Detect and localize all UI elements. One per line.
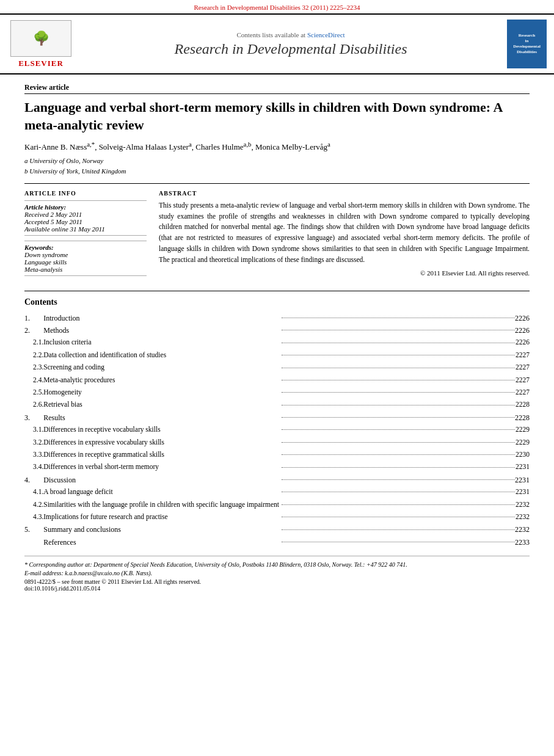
toc-label: Screening and coding — [43, 362, 282, 374]
toc-num: 4.2. — [24, 499, 43, 511]
citation-bar: Research in Developmental Disabilities 3… — [0, 0, 554, 13]
abstract-title: ABSTRACT — [159, 190, 530, 197]
accepted-date: Accepted 5 May 2011 — [24, 218, 147, 225]
toc-page: 2229 — [515, 424, 530, 436]
toc-table: 1.Introduction22262.Methods22262.1.Inclu… — [24, 312, 530, 548]
toc-row: 4.3.Implications for future research and… — [24, 511, 530, 523]
toc-num: 2.4. — [24, 374, 43, 387]
toc-page: 2228 — [515, 399, 530, 411]
journal-cover-thumbnail: ResearchinDevelopmentalDisabilities — [507, 20, 547, 68]
toc-title: Contents — [24, 297, 530, 307]
toc-num: 2.5. — [24, 387, 43, 399]
keywords-box: Keywords: Down syndrome Language skills … — [24, 241, 147, 276]
journal-header: 🌳 ELSEVIER Contents lists available at S… — [0, 13, 554, 75]
elsevier-name: ELSEVIER — [18, 59, 64, 68]
toc-label: Differences in expressive vocabulary ski… — [43, 437, 282, 449]
toc-num: 2.1. — [24, 336, 43, 349]
toc-dots — [282, 449, 515, 461]
toc-dots — [282, 399, 515, 411]
toc-page: 2232 — [515, 499, 530, 511]
toc-dots — [282, 424, 515, 436]
toc-page: 2230 — [515, 449, 530, 461]
toc-page: 2226 — [515, 336, 530, 349]
toc-label: Summary and conclusions — [43, 523, 282, 536]
received-date: Received 2 May 2011 — [24, 211, 147, 218]
logo-box: 🌳 — [10, 20, 71, 57]
toc-label: Retrieval bias — [43, 399, 282, 411]
contents-line: Contents lists available at ScienceDirec… — [81, 31, 501, 38]
sciencedirect-link[interactable]: ScienceDirect — [307, 31, 345, 38]
toc-dots — [282, 523, 515, 536]
toc-num: 3.1. — [24, 424, 43, 436]
toc-row: 2.3.Screening and coding2227 — [24, 362, 530, 374]
toc-row: 2.5.Homogeneity2227 — [24, 387, 530, 399]
toc-num: 3. — [24, 412, 43, 424]
toc-num: 1. — [24, 312, 43, 324]
article-title: Language and verbal short-term memory sk… — [24, 99, 530, 134]
toc-row: 3.2.Differences in expressive vocabulary… — [24, 437, 530, 449]
info-abstract-section: ARTICLE INFO Article history: Received 2… — [24, 183, 530, 281]
toc-label: Differences in receptive vocabulary skil… — [43, 424, 282, 436]
main-content: Review article Language and verbal short… — [0, 75, 554, 598]
toc-page: 2227 — [515, 349, 530, 362]
toc-label: Discussion — [43, 474, 282, 486]
email-note: E-mail address: k.a.b.naess@uv.uio.no (K… — [24, 570, 530, 576]
toc-page: 2233 — [515, 536, 530, 548]
toc-row: 1.Introduction2226 — [24, 312, 530, 324]
citation-text: Research in Developmental Disabilities 3… — [194, 4, 360, 11]
toc-page: 2231 — [515, 474, 530, 486]
author-1: Kari-Anne B. Næssa,*, Solveig-Alma Halaa… — [24, 142, 330, 151]
toc-label: Data collection and identification of st… — [43, 349, 282, 362]
toc-row: 2.6.Retrieval bias2228 — [24, 399, 530, 411]
toc-row: 2.Methods2226 — [24, 324, 530, 336]
toc-label: Differences in receptive grammatical ski… — [43, 449, 282, 461]
footer-section: * Corresponding author at: Department of… — [24, 556, 530, 592]
toc-page: 2226 — [515, 312, 530, 324]
affiliations: a University of Oslo, Norway b Universit… — [24, 156, 530, 177]
toc-row: 3.3.Differences in receptive grammatical… — [24, 449, 530, 461]
toc-row: 4.1.A broad language deficit2231 — [24, 486, 530, 498]
journal-title: Research in Developmental Disabilities — [81, 41, 501, 57]
toc-dots — [282, 474, 515, 486]
toc-dots — [282, 312, 515, 324]
toc-page: 2229 — [515, 437, 530, 449]
toc-num: 2.2. — [24, 349, 43, 362]
history-box: Article history: Received 2 May 2011 Acc… — [24, 200, 147, 236]
copyright-text: © 2011 Elsevier Ltd. All rights reserved… — [159, 269, 530, 277]
toc-row: 3.4.Differences in verbal short-term mem… — [24, 461, 530, 473]
toc-label: Methods — [43, 324, 282, 336]
toc-label: A broad language deficit — [43, 486, 282, 498]
toc-row: 4.2.Similarities with the language profi… — [24, 499, 530, 511]
toc-label: Differences in verbal short-term memory — [43, 461, 282, 473]
toc-label: References — [43, 536, 282, 548]
toc-dots — [282, 362, 515, 374]
toc-num: 4.3. — [24, 511, 43, 523]
toc-dots — [282, 336, 515, 349]
toc-section: Contents 1.Introduction22262.Methods2226… — [24, 291, 530, 548]
toc-label: Results — [43, 412, 282, 424]
toc-row: 3.Results2228 — [24, 412, 530, 424]
article-info-title: ARTICLE INFO — [24, 190, 147, 197]
abstract-panel: ABSTRACT This study presents a meta-anal… — [159, 190, 530, 281]
toc-dots — [282, 349, 515, 362]
issn-text: 0891-4222/$ – see front matter © 2011 El… — [24, 578, 530, 585]
keyword-3: Meta-analysis — [24, 266, 147, 273]
doi-text: doi:10.1016/j.ridd.2011.05.014 — [24, 585, 530, 592]
toc-page: 2228 — [515, 412, 530, 424]
toc-dots — [282, 324, 515, 336]
toc-row: 4.Discussion2231 — [24, 474, 530, 486]
toc-page: 2231 — [515, 486, 530, 498]
toc-row: References2233 — [24, 536, 530, 548]
elsevier-logo: 🌳 ELSEVIER — [7, 20, 75, 68]
keywords-title: Keywords: — [24, 244, 147, 251]
toc-label: Implications for future research and pra… — [43, 511, 282, 523]
toc-label: Introduction — [43, 312, 282, 324]
corresponding-note: * Corresponding author at: Department of… — [24, 561, 530, 568]
toc-num: 3.2. — [24, 437, 43, 449]
toc-page: 2231 — [515, 461, 530, 473]
toc-dots — [282, 486, 515, 498]
toc-dots — [282, 536, 515, 548]
toc-label: Homogeneity — [43, 387, 282, 399]
toc-dots — [282, 499, 515, 511]
toc-num: 2.6. — [24, 399, 43, 411]
